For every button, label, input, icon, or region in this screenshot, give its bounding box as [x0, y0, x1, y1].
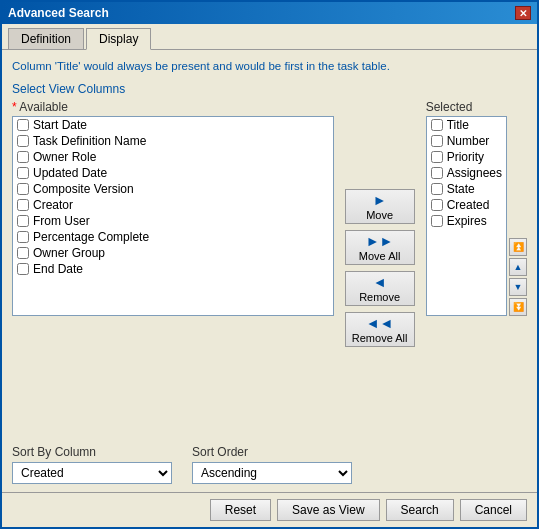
- remove-label: Remove: [359, 291, 400, 303]
- sort-by-label: Sort By Column: [12, 445, 172, 459]
- available-panel: * Available Start Date Task Definition N…: [12, 100, 334, 435]
- available-item-label-fromuser: From User: [33, 214, 90, 228]
- move-button[interactable]: ► Move: [345, 189, 415, 224]
- move-bottom-button[interactable]: ⏬: [509, 298, 527, 316]
- move-right-icon: ►: [373, 192, 387, 208]
- list-item: Composite Version: [13, 181, 333, 197]
- tab-display[interactable]: Display: [86, 28, 151, 50]
- list-item: Title: [427, 117, 506, 133]
- middle-controls: ► Move ►► Move All ◄ Remove ◄◄ Remove Al…: [340, 100, 420, 435]
- available-item-checkbox-ownergroup[interactable]: [17, 247, 29, 259]
- list-item: Updated Date: [13, 165, 333, 181]
- list-item: Owner Role: [13, 149, 333, 165]
- move-all-right-icon: ►►: [366, 233, 394, 249]
- available-item-checkbox-fromuser[interactable]: [17, 215, 29, 227]
- list-item: Assignees: [427, 165, 506, 181]
- columns-area: * Available Start Date Task Definition N…: [12, 100, 527, 435]
- move-top-button[interactable]: ⏫: [509, 238, 527, 256]
- move-up-button[interactable]: ▲: [509, 258, 527, 276]
- sort-by-group: Sort By Column Created Title Number Prio…: [12, 445, 172, 484]
- remove-all-label: Remove All: [352, 332, 408, 344]
- list-item: Start Date: [13, 117, 333, 133]
- move-label: Move: [366, 209, 393, 221]
- required-mark: *: [12, 100, 17, 114]
- sort-row: Sort By Column Created Title Number Prio…: [12, 445, 527, 484]
- advanced-search-window: Advanced Search ✕ Definition Display Col…: [0, 0, 539, 529]
- move-all-label: Move All: [359, 250, 401, 262]
- available-item-label-taskdef: Task Definition Name: [33, 134, 146, 148]
- save-as-view-button[interactable]: Save as View: [277, 499, 380, 521]
- available-item-checkbox-updateddate[interactable]: [17, 167, 29, 179]
- list-item: Task Definition Name: [13, 133, 333, 149]
- selected-item-checkbox-assignees[interactable]: [431, 167, 443, 179]
- move-all-left-icon: ◄◄: [366, 315, 394, 331]
- available-item-label-ownerrole: Owner Role: [33, 150, 96, 164]
- selected-list[interactable]: Title Number Priority Assignees: [426, 116, 507, 316]
- title-bar: Advanced Search ✕: [2, 2, 537, 24]
- available-list[interactable]: Start Date Task Definition Name Owner Ro…: [12, 116, 334, 316]
- available-item-label-creator: Creator: [33, 198, 73, 212]
- available-item-label-startdate: Start Date: [33, 118, 87, 132]
- list-item: Percentage Complete: [13, 229, 333, 245]
- right-side: Selected Title Number Priority: [426, 100, 527, 435]
- available-item-checkbox-enddate[interactable]: [17, 263, 29, 275]
- move-all-button[interactable]: ►► Move All: [345, 230, 415, 265]
- available-item-checkbox-pct[interactable]: [17, 231, 29, 243]
- sort-by-select[interactable]: Created Title Number Priority Assignees …: [12, 462, 172, 484]
- cancel-button[interactable]: Cancel: [460, 499, 527, 521]
- list-item: Created: [427, 197, 506, 213]
- list-item: Owner Group: [13, 245, 333, 261]
- tabs-row: Definition Display: [2, 24, 537, 50]
- footer-bar: Reset Save as View Search Cancel: [2, 492, 537, 527]
- search-button[interactable]: Search: [386, 499, 454, 521]
- move-left-icon: ◄: [373, 274, 387, 290]
- remove-all-button[interactable]: ◄◄ Remove All: [345, 312, 415, 347]
- list-item: Creator: [13, 197, 333, 213]
- sort-order-group: Sort Order Ascending Descending: [192, 445, 352, 484]
- reorder-buttons: ⏫ ▲ ▼ ⏬: [509, 100, 527, 435]
- available-item-checkbox-taskdef[interactable]: [17, 135, 29, 147]
- sort-order-label: Sort Order: [192, 445, 352, 459]
- list-item: State: [427, 181, 506, 197]
- available-item-checkbox-composite[interactable]: [17, 183, 29, 195]
- selected-item-checkbox-created[interactable]: [431, 199, 443, 211]
- list-item: End Date: [13, 261, 333, 277]
- available-item-checkbox-ownerrole[interactable]: [17, 151, 29, 163]
- available-item-label-ownergroup: Owner Group: [33, 246, 105, 260]
- tab-definition[interactable]: Definition: [8, 28, 84, 49]
- selected-item-checkbox-title[interactable]: [431, 119, 443, 131]
- selected-item-label-created: Created: [447, 198, 490, 212]
- list-item: Number: [427, 133, 506, 149]
- selected-item-checkbox-number[interactable]: [431, 135, 443, 147]
- selected-item-label-priority: Priority: [447, 150, 484, 164]
- available-label: Available: [19, 100, 67, 114]
- list-item: Expires: [427, 213, 506, 229]
- remove-button[interactable]: ◄ Remove: [345, 271, 415, 306]
- select-view-columns-label: Select View Columns: [12, 82, 527, 96]
- selected-item-label-title: Title: [447, 118, 469, 132]
- selected-item-label-number: Number: [447, 134, 490, 148]
- selected-item-label-assignees: Assignees: [447, 166, 502, 180]
- selected-item-checkbox-priority[interactable]: [431, 151, 443, 163]
- available-item-label-enddate: End Date: [33, 262, 83, 276]
- selected-item-checkbox-state[interactable]: [431, 183, 443, 195]
- move-down-button[interactable]: ▼: [509, 278, 527, 296]
- available-item-label-updateddate: Updated Date: [33, 166, 107, 180]
- available-item-label-composite: Composite Version: [33, 182, 134, 196]
- close-button[interactable]: ✕: [515, 6, 531, 20]
- sort-order-select[interactable]: Ascending Descending: [192, 462, 352, 484]
- available-item-checkbox-startdate[interactable]: [17, 119, 29, 131]
- selected-item-label-state: State: [447, 182, 475, 196]
- window-title: Advanced Search: [8, 6, 109, 20]
- info-text: Column 'Title' would always be present a…: [12, 58, 527, 74]
- available-item-checkbox-creator[interactable]: [17, 199, 29, 211]
- reset-button[interactable]: Reset: [210, 499, 271, 521]
- selected-item-label-expires: Expires: [447, 214, 487, 228]
- selected-item-checkbox-expires[interactable]: [431, 215, 443, 227]
- selected-header: Selected: [426, 100, 507, 114]
- available-item-label-pct: Percentage Complete: [33, 230, 149, 244]
- list-item: Priority: [427, 149, 506, 165]
- list-item: From User: [13, 213, 333, 229]
- available-header: * Available: [12, 100, 334, 114]
- selected-panel: Selected Title Number Priority: [426, 100, 507, 435]
